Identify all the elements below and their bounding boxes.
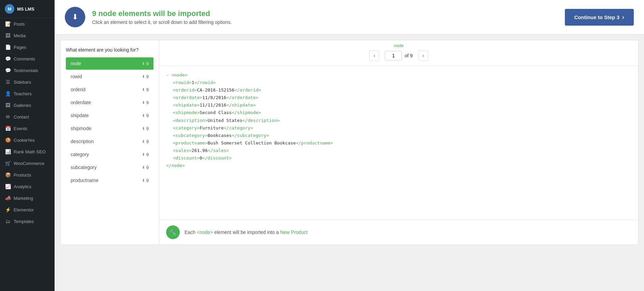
sidebar-item-analytics[interactable]: 📈 Analytics [0, 181, 55, 192]
element-name-orderdate: orderdate [71, 100, 91, 105]
templates-icon: 🗂 [5, 219, 11, 224]
element-name-category: category [71, 152, 89, 157]
element-name-node: node [71, 61, 81, 66]
sidebar-item-sidebars[interactable]: ☰ Sidebars [0, 76, 55, 88]
analytics-icon: 📈 [5, 184, 11, 189]
xml-sales: <sales>261.96</sales> [166, 147, 631, 154]
xml-rowid: <rowid>1</rowid> [166, 79, 631, 86]
element-item-orderid[interactable]: orderid ⬇ 9 [66, 83, 153, 96]
element-count-subcategory: ⬇ 9 [142, 165, 149, 170]
sidebar-item-galleries[interactable]: 🖼 Galleries [0, 99, 55, 111]
xml-orderdate: <orderdate>11/8/2016</orderdate> [166, 94, 631, 101]
new-product-link[interactable]: New Product [280, 230, 307, 235]
sidebar-item-comments[interactable]: 💬 Comments [0, 53, 55, 65]
element-name-orderid: orderid [71, 87, 86, 92]
sidebar-item-media[interactable]: 🖼 Media [0, 30, 55, 41]
download-small-icon: ⬇ [142, 152, 145, 157]
contact-icon: ✉ [5, 114, 11, 120]
sidebar-item-rankmath[interactable]: 📊 Rank Math SEO [0, 146, 55, 157]
download-small-icon: ⬇ [142, 139, 145, 144]
page-of-label: of 9 [405, 53, 412, 58]
woocommerce-icon: 🛒 [5, 161, 11, 166]
sidebar-item-testimonials[interactable]: 💬 Testimonials [0, 65, 55, 76]
cookieyes-icon: 🍪 [5, 137, 11, 143]
sidebar-item-templates[interactable]: 🗂 Templates [0, 216, 55, 227]
header-left: ⬇ 9 node elements will be imported Click… [65, 7, 232, 27]
sidebar-label-woocommerce: WooCommerce [14, 161, 44, 166]
xml-info-bar: 🔧 Each <node> element will be imported i… [159, 220, 638, 245]
element-list-prompt: What element are you looking for? [66, 47, 153, 53]
element-count-shipdate: ⬇ 9 [142, 113, 149, 118]
element-count-category: ⬇ 9 [142, 152, 149, 157]
comments-icon: 💬 [5, 56, 11, 61]
element-count-orderdate: ⬇ 9 [142, 100, 149, 105]
page-number-input[interactable] [385, 51, 402, 60]
element-item-category[interactable]: category ⬇ 9 [66, 148, 153, 161]
element-item-productname[interactable]: productname ⬇ 9 [66, 174, 153, 186]
element-item-subcategory[interactable]: subcategory ⬇ 9 [66, 161, 153, 174]
download-small-icon: ⬇ [142, 113, 145, 118]
element-item-shipmode[interactable]: shipmode ⬇ 9 [66, 122, 153, 135]
sidebar-label-elementor: Elementor [14, 207, 34, 212]
sidebar-label-marketing: Marketing [14, 196, 33, 201]
arrow-right-icon: › [622, 14, 624, 21]
element-item-description[interactable]: description ⬇ 9 [66, 135, 153, 148]
element-item-node[interactable]: node ⬇ 9 [66, 57, 153, 70]
sidebar: M MS LMS 📝 Posts 🖼 Media 📄 Pages 💬 Comme… [0, 0, 55, 291]
element-count-node: ⬇ 9 [142, 61, 149, 66]
teachers-icon: 👤 [5, 91, 11, 96]
element-item-rowid[interactable]: rowid ⬇ 9 [66, 70, 153, 83]
prev-page-button[interactable]: ‹ [369, 51, 379, 61]
xml-content: - <node> <rowid>1</rowid> <orderid>CA-20… [159, 66, 638, 220]
header-banner: ⬇ 9 node elements will be imported Click… [55, 0, 644, 34]
page-input-group: of 9 [385, 51, 412, 60]
download-small-icon: ⬇ [142, 178, 145, 183]
element-name-description: description [71, 139, 94, 144]
sidebar-label-analytics: Analytics [14, 184, 31, 189]
sidebar-item-marketing[interactable]: 📣 Marketing [0, 192, 55, 204]
element-count-shipmode: ⬇ 9 [142, 126, 149, 131]
element-item-orderdate[interactable]: orderdate ⬇ 9 [66, 96, 153, 109]
sidebar-label-testimonials: Testimonials [14, 68, 38, 73]
xml-viewer-panel: node ‹ of 9 › - <node> <rowid>1</rowid> … [159, 40, 638, 245]
rankmath-icon: 📊 [5, 149, 11, 154]
info-prefix: Each [185, 230, 197, 235]
sidebar-label-teachers: Teachers [14, 91, 32, 96]
sidebar-label-products: Products [14, 172, 31, 178]
info-text: Each <node> element will be imported int… [185, 230, 307, 235]
content-area: What element are you looking for? node ⬇… [60, 40, 639, 245]
xml-orderid: <orderid>CA-2016-152156</orderid> [166, 86, 631, 94]
main-content: ⬇ 9 node elements will be imported Click… [55, 0, 644, 291]
xml-description: <description>United States</description> [166, 117, 631, 124]
sidebar-item-teachers[interactable]: 👤 Teachers [0, 88, 55, 99]
testimonials-icon: 💬 [5, 68, 11, 73]
element-count-rowid: ⬇ 9 [142, 74, 149, 79]
next-page-button[interactable]: › [418, 51, 428, 61]
sidebar-item-posts[interactable]: 📝 Posts [0, 18, 55, 30]
element-item-shipdate[interactable]: shipdate ⬇ 9 [66, 109, 153, 122]
element-count-orderid: ⬇ 9 [142, 87, 149, 92]
sidebar-item-cookieyes[interactable]: 🍪 CookieYes [0, 134, 55, 146]
pages-icon: 📄 [5, 44, 11, 50]
sidebar-item-events[interactable]: 📅 Events [0, 123, 55, 134]
sidebar-item-elementor[interactable]: ⚡ Elementor [0, 204, 55, 216]
xml-shipdate: <shipdate>11/11/2016</shipdate> [166, 101, 631, 109]
header-subtitle: Click an element to select it, or scroll… [92, 19, 232, 25]
header-icon: ⬇ [65, 7, 85, 27]
sidebars-icon: ☰ [5, 79, 11, 85]
sidebar-label-rankmath: Rank Math SEO [14, 149, 46, 154]
sidebar-item-contact[interactable]: ✉ Contact [0, 111, 55, 123]
download-small-icon: ⬇ [142, 74, 145, 79]
element-count-productname: ⬇ 9 [142, 178, 149, 183]
galleries-icon: 🖼 [5, 102, 11, 108]
app-title: MS LMS [17, 6, 34, 12]
sidebar-item-woocommerce[interactable]: 🛒 WooCommerce [0, 157, 55, 169]
element-name-rowid: rowid [71, 74, 82, 79]
sidebar-item-products[interactable]: 📦 Products [0, 169, 55, 181]
sidebar-item-pages[interactable]: 📄 Pages [0, 41, 55, 53]
sidebar-label-events: Events [14, 126, 27, 131]
download-icon: ⬇ [72, 13, 78, 22]
app-logo: M MS LMS [0, 0, 55, 18]
continue-button[interactable]: Continue to Step 3 › [565, 9, 634, 26]
sidebar-label-media: Media [14, 33, 26, 38]
